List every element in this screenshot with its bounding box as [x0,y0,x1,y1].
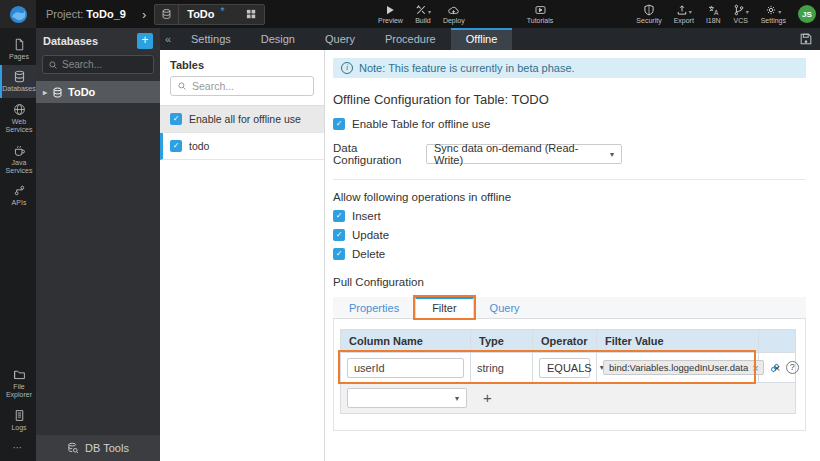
tab-design[interactable]: Design [246,28,310,50]
filter-value-text: bind:Variables.loggedInUser.data [609,362,748,373]
delete-checkbox[interactable]: ✓ [333,248,345,260]
tab-offline[interactable]: Offline [451,28,513,50]
entity-tab-todo[interactable]: ToDo * [154,4,265,25]
sidebar-item-databases[interactable]: Databases [0,65,36,97]
update-checkbox[interactable]: ✓ [333,229,345,241]
operator-select[interactable]: EQUALS ▾ [539,358,590,378]
add-database-button[interactable]: + [137,33,153,49]
sidebar-item-pages[interactable]: Pages [0,33,36,65]
build-button[interactable]: ▾ Build [409,0,437,28]
sidebar-item-logs[interactable]: Logs [0,404,36,436]
tab-query[interactable]: Query [474,297,536,318]
filter-row-userid: string EQUALS ▾ bind:Variables.loggedInU… [341,353,796,383]
todo-checkbox[interactable]: ✓ [170,140,182,152]
table-name: todo [189,140,209,152]
filter-tab-panel: Column Name Type Operator Filter Value s… [333,319,806,431]
enable-table-checkbox[interactable]: ✓ [333,118,345,130]
page-title: Offline Configuration for Table: TODO [333,92,806,107]
offline-config-content: i Note: This feature is currently in bet… [325,50,820,461]
sidebar-item-apis[interactable]: APIs [0,179,36,211]
tables-search-input[interactable] [192,80,302,92]
service-tab-bar: « Settings Design Query Procedure Offlin… [160,28,820,50]
tab-filter[interactable]: Filter [415,297,473,318]
security-button[interactable]: Security [630,0,667,28]
data-configuration-select[interactable]: Sync data on-demand (Read-Write) ▾ [426,144,622,164]
databases-search[interactable] [42,55,154,74]
more-menu-icon[interactable]: ⋯ [0,436,36,461]
enable-all-row[interactable]: ✓ Enable all for offline use [160,105,324,133]
deploy-button[interactable]: Deploy [437,0,471,28]
database-icon [52,87,63,98]
operations-label: Allow following operations in offline [333,191,806,203]
translate-icon: A [707,4,720,16]
beta-note-text: Note: This feature is currently in beta … [359,62,575,74]
project-name: ToDo_9 [86,8,126,20]
add-filter-row: ▾ + [341,383,796,414]
sidebar-item-web-services[interactable]: Web Services [0,98,36,139]
expand-icon[interactable]: ▸ [43,88,47,97]
grid-icon[interactable] [238,5,264,24]
sidebar-item-java-services[interactable]: Java Services [0,139,36,180]
database-tree-item-todo[interactable]: ▸ ToDo [36,81,160,103]
tutorials-button[interactable]: Tutorials [521,0,560,28]
topbar-actions-right: Security ▾ Export A I18N ▾ VCS ▾ Sett [630,0,792,28]
databases-panel-title: Databases [43,35,98,47]
tab-procedure[interactable]: Procedure [370,28,451,50]
help-icon[interactable]: ? [786,361,799,374]
operator-value: EQUALS [547,362,592,374]
tables-panel: Tables ✓ Enable all for offline use ✓ to… [160,50,325,461]
chevron-down-icon: ▾ [778,8,781,16]
chevron-down-icon: ▾ [689,8,692,16]
video-icon [534,4,547,16]
app-logo[interactable] [0,0,36,28]
settings-button[interactable]: ▾ Settings [755,0,792,28]
data-configuration-row: Data Configuration Sync data on-demand (… [333,142,806,166]
chip-close-icon[interactable]: × [752,363,758,373]
modified-marker: * [221,6,225,17]
rail-spacer [0,212,36,363]
preview-button[interactable]: Preview [372,0,409,28]
db-tools-button[interactable]: DB Tools [36,435,160,461]
export-icon [676,4,688,16]
svg-text:A: A [714,9,719,16]
databases-search-input[interactable] [62,59,142,70]
tab-properties[interactable]: Properties [333,297,415,318]
search-icon [48,60,58,70]
search-icon [177,81,187,91]
sidebar-item-file-explorer[interactable]: File Explorer [0,363,36,404]
entity-tab-label: ToDo [179,8,220,20]
column-name-input[interactable] [347,358,464,378]
enable-table-row: ✓ Enable Table for offline use [333,118,806,130]
top-bar: Project: ToDo_9 › ToDo * Preview ▾ Build… [0,0,820,28]
add-column-select[interactable]: ▾ [347,388,467,408]
insert-checkbox[interactable]: ✓ [333,210,345,222]
play-icon [384,4,396,16]
tab-settings[interactable]: Settings [176,28,246,50]
globe-icon [13,103,26,116]
caret-down-icon: ▾ [610,150,614,159]
insert-row: ✓ Insert [333,210,806,222]
chevron-down-icon: ▾ [428,8,431,16]
wavemaker-ide: { "colors": { "accent_blue": "#2e9fe0", … [0,0,820,461]
chevron-right-icon[interactable]: › [142,7,146,22]
pages-icon [13,38,26,51]
tab-query[interactable]: Query [310,28,370,50]
user-avatar[interactable]: JS [798,5,816,23]
vcs-button[interactable]: ▾ VCS [727,0,755,28]
folder-icon [13,368,26,381]
panel-collapse-icon[interactable]: « [160,33,176,45]
table-row-todo[interactable]: ✓ todo [160,133,324,160]
enable-all-label: Enable all for offline use [189,113,301,125]
i18n-button[interactable]: A I18N [700,0,727,28]
enable-all-checkbox[interactable]: ✓ [170,113,182,125]
update-label: Update [352,229,389,241]
database-name: ToDo [68,86,95,98]
database-icon [13,70,26,83]
filter-table: Column Name Type Operator Filter Value s… [340,329,796,414]
export-button[interactable]: ▾ Export [668,0,700,28]
header-operator: Operator [533,330,597,353]
tables-search[interactable] [170,76,314,96]
add-row-button[interactable]: + [483,391,492,405]
header-actions [759,330,796,353]
save-icon[interactable] [799,32,813,46]
